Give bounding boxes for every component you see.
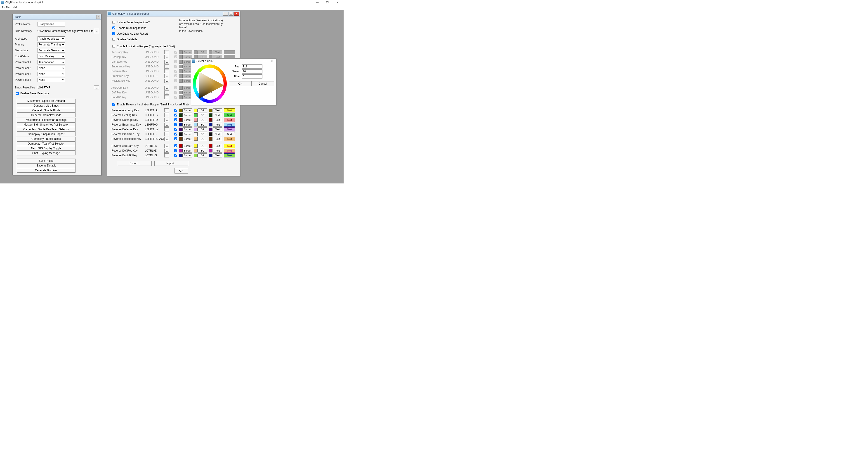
text-swatch[interactable] bbox=[209, 144, 213, 148]
text-button[interactable]: Text bbox=[213, 108, 222, 112]
gameplay-ok-button[interactable]: OK bbox=[175, 168, 188, 174]
green-input[interactable] bbox=[242, 69, 262, 74]
insp-bind-button[interactable]: ... bbox=[164, 127, 169, 132]
insp-enable-checkbox[interactable] bbox=[174, 123, 177, 126]
bg-button[interactable]: BG bbox=[198, 153, 207, 157]
bg-swatch[interactable] bbox=[194, 113, 197, 117]
module-button[interactable]: Mastermind : Henchman Bindings bbox=[17, 118, 75, 122]
insp-enable-checkbox[interactable] bbox=[174, 149, 177, 152]
border-button[interactable]: Border bbox=[183, 108, 192, 112]
menu-help[interactable]: Help bbox=[13, 6, 18, 9]
border-button[interactable]: Border bbox=[183, 149, 192, 153]
border-button[interactable]: Border bbox=[183, 123, 192, 127]
bg-button[interactable]: BG bbox=[198, 144, 207, 148]
minimize-button[interactable]: — bbox=[312, 0, 322, 5]
text-button[interactable]: Text bbox=[213, 137, 222, 141]
text-button[interactable]: Text bbox=[213, 123, 222, 127]
border-button[interactable]: Border bbox=[183, 137, 192, 141]
bg-swatch[interactable] bbox=[194, 149, 197, 152]
bg-button[interactable]: BG bbox=[198, 127, 207, 132]
insp-enable-checkbox[interactable] bbox=[174, 118, 177, 121]
bg-button[interactable]: BG bbox=[198, 113, 207, 117]
bg-swatch[interactable] bbox=[194, 137, 197, 141]
border-swatch[interactable] bbox=[179, 132, 183, 136]
text-swatch[interactable] bbox=[209, 127, 213, 131]
text-swatch[interactable] bbox=[209, 154, 213, 157]
insp-bind-button[interactable]: ... bbox=[164, 132, 169, 136]
color-cancel-button[interactable]: Cancel bbox=[252, 81, 274, 86]
border-button[interactable]: Border bbox=[183, 144, 192, 148]
text-button[interactable]: Text bbox=[213, 132, 222, 136]
bg-swatch[interactable] bbox=[194, 154, 197, 157]
gameplay-titlebar[interactable]: Gameplay : Inspiration Popper — ❐ ✕ bbox=[107, 11, 240, 17]
color-picker-titlebar[interactable]: Select a Color — ❐ ✕ bbox=[191, 59, 276, 64]
enable-reverse-popper-checkbox[interactable] bbox=[112, 103, 115, 106]
action-button[interactable]: Save as Default bbox=[17, 163, 75, 168]
bg-button[interactable]: BG bbox=[198, 108, 207, 112]
dropdown-epic-patron[interactable]: Soul Mastery bbox=[37, 54, 65, 59]
bg-button[interactable]: BG bbox=[198, 149, 207, 153]
text-swatch[interactable] bbox=[209, 118, 213, 122]
gp-option-checkbox[interactable] bbox=[112, 21, 115, 24]
gp-option-checkbox[interactable] bbox=[112, 38, 115, 41]
insp-bind-button[interactable]: ... bbox=[164, 144, 169, 148]
module-button[interactable]: General : Complex Binds bbox=[17, 113, 75, 117]
insp-bind-button[interactable]: ... bbox=[164, 153, 169, 157]
action-button[interactable]: Generate Bindfiles bbox=[17, 168, 75, 173]
bg-button[interactable]: BG bbox=[198, 137, 207, 141]
insp-enable-checkbox[interactable] bbox=[174, 109, 177, 112]
insp-enable-checkbox[interactable] bbox=[174, 154, 177, 157]
bg-swatch[interactable] bbox=[194, 118, 197, 122]
text-button[interactable]: Text bbox=[213, 144, 222, 148]
color-ok-button[interactable]: OK bbox=[229, 81, 252, 86]
bg-swatch[interactable] bbox=[194, 123, 197, 126]
blue-input[interactable] bbox=[242, 75, 262, 79]
text-swatch[interactable] bbox=[209, 113, 213, 117]
enable-reset-feedback-checkbox[interactable] bbox=[16, 92, 19, 95]
gameplay-minimize-button[interactable]: — bbox=[223, 12, 228, 16]
border-button[interactable]: Border bbox=[183, 132, 192, 136]
insp-bind-button[interactable]: ... bbox=[164, 137, 169, 141]
sv-triangle-cursor[interactable] bbox=[211, 91, 212, 92]
menu-profile[interactable]: Profile bbox=[2, 6, 9, 9]
dropdown-secondary[interactable]: Fortunata Teamwork bbox=[37, 48, 65, 53]
insp-bind-button[interactable]: ... bbox=[164, 123, 169, 127]
border-swatch[interactable] bbox=[179, 149, 183, 152]
color-wheel[interactable] bbox=[193, 64, 227, 103]
text-swatch[interactable] bbox=[209, 149, 213, 152]
text-button[interactable]: Text bbox=[213, 127, 222, 132]
border-swatch[interactable] bbox=[179, 109, 183, 112]
action-button[interactable]: Save Profile bbox=[17, 158, 75, 163]
dropdown-primary[interactable]: Fortunata Training bbox=[37, 42, 65, 47]
insp-enable-checkbox[interactable] bbox=[174, 128, 177, 131]
module-button[interactable]: Movement : Speed on Demand bbox=[17, 99, 75, 103]
module-button[interactable]: Gameplay : Buffer Binds bbox=[17, 137, 75, 141]
gp-option-checkbox[interactable] bbox=[112, 32, 115, 35]
text-button[interactable]: Text bbox=[213, 153, 222, 157]
profile-close-button[interactable]: ✕ bbox=[96, 15, 100, 19]
insp-enable-checkbox[interactable] bbox=[174, 133, 177, 136]
bg-swatch[interactable] bbox=[194, 109, 197, 112]
red-input[interactable] bbox=[242, 64, 262, 68]
text-button[interactable]: Text bbox=[213, 118, 222, 122]
bg-button[interactable]: BG bbox=[198, 123, 207, 127]
border-button[interactable]: Border bbox=[183, 127, 192, 132]
text-button[interactable]: Text bbox=[213, 113, 222, 117]
gp-option-checkbox[interactable] bbox=[112, 26, 115, 29]
color-minimize-button[interactable]: — bbox=[255, 59, 261, 63]
module-button[interactable]: General : Simple Binds bbox=[17, 108, 75, 113]
text-swatch[interactable] bbox=[209, 137, 213, 141]
border-swatch[interactable] bbox=[179, 113, 183, 117]
border-button[interactable]: Border bbox=[183, 113, 192, 117]
dropdown-power-pool-4[interactable]: None bbox=[37, 78, 65, 82]
bg-swatch[interactable] bbox=[194, 132, 197, 136]
text-button[interactable]: Text bbox=[213, 149, 222, 153]
maximize-button[interactable]: ❐ bbox=[322, 0, 333, 5]
border-swatch[interactable] bbox=[179, 118, 183, 122]
insp-bind-button[interactable]: ... bbox=[164, 149, 169, 153]
bind-dir-browse-button[interactable]: ... bbox=[94, 29, 99, 33]
color-close-button[interactable]: ✕ bbox=[268, 59, 275, 63]
insp-enable-checkbox[interactable] bbox=[174, 137, 177, 140]
bg-swatch[interactable] bbox=[194, 144, 197, 148]
gameplay-maximize-button[interactable]: ❐ bbox=[228, 12, 234, 16]
